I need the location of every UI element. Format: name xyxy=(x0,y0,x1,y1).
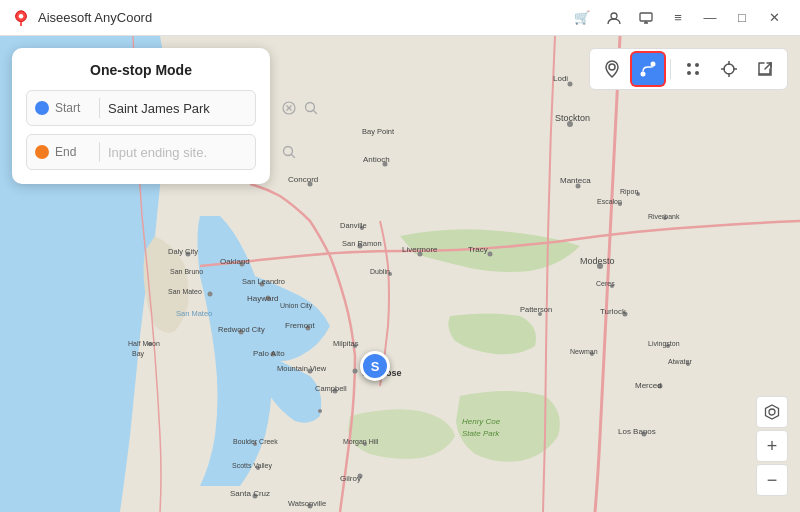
svg-text:Boulder Creek: Boulder Creek xyxy=(233,438,278,445)
titlebar: Aiseesoft AnyCoord 🛒 ≡ — □ ✕ xyxy=(0,0,800,36)
row-divider-start xyxy=(99,98,100,118)
dots-mode-btn[interactable] xyxy=(677,53,709,85)
svg-text:San Mateo: San Mateo xyxy=(168,288,202,295)
search-start-btn[interactable] xyxy=(302,99,320,117)
svg-text:Scotts Valley: Scotts Valley xyxy=(232,462,272,470)
svg-point-103 xyxy=(695,63,699,67)
svg-text:Merced: Merced xyxy=(635,381,662,390)
svg-point-101 xyxy=(651,62,656,67)
crosshair-btn[interactable] xyxy=(713,53,745,85)
marker-label: S xyxy=(360,351,390,381)
svg-text:Stockton: Stockton xyxy=(555,113,590,123)
svg-text:Turlock: Turlock xyxy=(600,307,627,316)
svg-text:Milpitas: Milpitas xyxy=(333,339,359,348)
svg-text:Atwater: Atwater xyxy=(668,358,692,365)
svg-text:San Mateo: San Mateo xyxy=(176,309,212,318)
svg-text:Santa Cruz: Santa Cruz xyxy=(230,489,270,498)
zoom-in-icon: + xyxy=(767,437,778,455)
monitor-icon-btn[interactable] xyxy=(632,4,660,32)
svg-text:Redwood City: Redwood City xyxy=(218,325,265,334)
svg-text:San Bruno: San Bruno xyxy=(170,268,203,275)
end-row: End xyxy=(26,134,256,170)
svg-text:Bay: Bay xyxy=(132,350,145,358)
location-pin-btn[interactable] xyxy=(596,53,628,85)
svg-text:Escalon: Escalon xyxy=(597,198,622,205)
route-mode-btn[interactable] xyxy=(632,53,664,85)
svg-text:Fremont: Fremont xyxy=(285,321,316,330)
svg-text:San Leandro: San Leandro xyxy=(242,277,285,286)
svg-point-1 xyxy=(19,13,24,18)
clear-start-btn[interactable] xyxy=(280,99,298,117)
svg-text:Ripon: Ripon xyxy=(620,188,638,196)
app-icon xyxy=(12,9,30,27)
svg-point-99 xyxy=(609,64,615,70)
svg-point-111 xyxy=(769,409,775,415)
svg-point-15 xyxy=(353,369,358,374)
svg-text:Henry Coe: Henry Coe xyxy=(462,417,501,426)
start-row: Start xyxy=(26,90,256,126)
svg-text:Danville: Danville xyxy=(340,221,367,230)
map-controls: + − xyxy=(756,396,788,496)
zoom-in-btn[interactable]: + xyxy=(756,430,788,462)
map-marker-start: S xyxy=(360,351,390,381)
app-title: Aiseesoft AnyCoord xyxy=(38,10,568,25)
close-btn[interactable]: ✕ xyxy=(760,4,788,32)
start-actions xyxy=(280,99,320,117)
svg-text:Modesto: Modesto xyxy=(580,256,615,266)
svg-text:Campbell: Campbell xyxy=(315,384,347,393)
start-dot xyxy=(35,101,49,115)
svg-point-27 xyxy=(568,82,573,87)
zoom-out-btn[interactable]: − xyxy=(756,464,788,496)
svg-text:San Ramon: San Ramon xyxy=(342,239,382,248)
svg-text:Manteca: Manteca xyxy=(560,176,591,185)
map-toolbar xyxy=(589,48,788,90)
svg-text:Concord: Concord xyxy=(288,175,318,184)
svg-text:Ceres: Ceres xyxy=(596,280,615,287)
fence-btn[interactable] xyxy=(756,396,788,428)
user-icon-btn[interactable] xyxy=(600,4,628,32)
export-btn[interactable] xyxy=(749,53,781,85)
svg-text:Bay Point: Bay Point xyxy=(362,127,395,136)
menu-btn[interactable]: ≡ xyxy=(664,4,692,32)
svg-text:Tracy: Tracy xyxy=(468,245,488,254)
svg-text:Morgan Hill: Morgan Hill xyxy=(343,438,379,446)
svg-text:Oakland: Oakland xyxy=(220,257,250,266)
svg-point-106 xyxy=(724,64,734,74)
svg-text:Dublin: Dublin xyxy=(370,268,390,275)
svg-point-19 xyxy=(208,292,213,297)
start-input[interactable] xyxy=(108,101,276,116)
svg-point-100 xyxy=(641,72,646,77)
svg-text:Hayward: Hayward xyxy=(247,294,279,303)
toolbar-separator xyxy=(670,59,671,79)
svg-text:Palo Alto: Palo Alto xyxy=(253,349,285,358)
svg-point-2 xyxy=(611,13,617,19)
svg-text:Livingston: Livingston xyxy=(648,340,680,348)
end-dot xyxy=(35,145,49,159)
svg-text:Newman: Newman xyxy=(570,348,598,355)
row-divider-end xyxy=(99,142,100,162)
svg-text:Daly City: Daly City xyxy=(168,247,198,256)
svg-text:Watsonville: Watsonville xyxy=(288,499,326,508)
svg-point-102 xyxy=(687,63,691,67)
svg-text:Livermore: Livermore xyxy=(402,245,438,254)
zoom-out-icon: − xyxy=(767,471,778,489)
minimize-btn[interactable]: — xyxy=(696,4,724,32)
end-input[interactable] xyxy=(108,145,276,160)
svg-text:Riverbank: Riverbank xyxy=(648,213,680,220)
cart-icon-btn[interactable]: 🛒 xyxy=(568,4,596,32)
one-stop-panel: One-stop Mode Start End xyxy=(12,48,270,184)
search-end-btn[interactable] xyxy=(280,143,298,161)
svg-text:Gilroy: Gilroy xyxy=(340,474,361,483)
svg-text:Union City: Union City xyxy=(280,302,313,310)
svg-text:Mountain View: Mountain View xyxy=(277,364,327,373)
svg-text:Half Moon: Half Moon xyxy=(128,340,160,347)
svg-point-28 xyxy=(488,252,493,257)
svg-text:Antioch: Antioch xyxy=(363,155,390,164)
panel-title: One-stop Mode xyxy=(26,62,256,78)
svg-text:State Park: State Park xyxy=(462,429,500,438)
maximize-btn[interactable]: □ xyxy=(728,4,756,32)
end-actions xyxy=(280,143,298,161)
start-label: Start xyxy=(55,101,91,115)
svg-rect-3 xyxy=(640,13,652,21)
svg-text:Patterson: Patterson xyxy=(520,305,552,314)
